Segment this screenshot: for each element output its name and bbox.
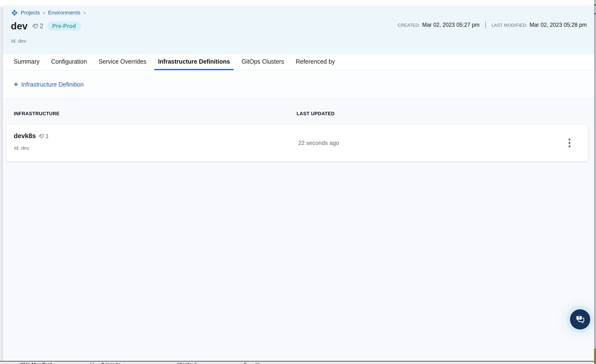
environment-tags-chip: 2 xyxy=(32,22,43,30)
window-left-edge xyxy=(0,7,3,361)
tab-service-overrides[interactable]: Service Overrides xyxy=(95,54,150,70)
created-meta: CREATED: Mar 02, 2023 05:27 pm xyxy=(398,22,480,28)
breadcrumb-projects-link[interactable]: Projects xyxy=(21,10,40,16)
infrastructure-tags-chip: 1 xyxy=(38,133,49,140)
last-modified-meta: LAST MODIFIED: Mar 02, 2023 05:28 pm xyxy=(492,22,587,28)
kebab-menu-icon xyxy=(568,142,570,144)
last-modified-value: Mar 02, 2023 05:28 pm xyxy=(529,22,587,28)
row-options-menu-button[interactable] xyxy=(562,125,577,161)
environment-meta: CREATED: Mar 02, 2023 05:27 pm LAST MODI… xyxy=(398,21,587,29)
infrastructure-tag-count: 1 xyxy=(45,133,49,140)
created-value: Mar 02, 2023 05:27 pm xyxy=(422,22,480,28)
edge-artifact xyxy=(594,349,596,364)
environment-type-badge: Pre-Prod xyxy=(47,22,81,31)
help-chat-button[interactable]: ? xyxy=(570,309,590,329)
table-row[interactable]: devk8s 1 Id: dev 22 seconds ago xyxy=(7,125,588,161)
last-updated-cell: 22 seconds ago xyxy=(298,125,339,161)
background-page-sliver: KVs Manifest { } 2 inputs /deploy/ // ▢ xyxy=(0,361,594,364)
breadcrumb: Projects > Environments > xyxy=(11,9,86,16)
window-right-edge xyxy=(594,0,596,364)
background-square-icon: ▢ xyxy=(255,362,260,364)
created-label: CREATED: xyxy=(398,23,420,28)
tab-referenced-by[interactable]: Referenced by xyxy=(292,54,338,70)
environment-tag-count: 2 xyxy=(40,22,43,30)
background-fragment: 2 inputs xyxy=(101,362,121,364)
environment-details-panel: Projects > Environments > dev 2 Pre-Prod… xyxy=(3,7,594,361)
tags-icon xyxy=(32,23,38,30)
infrastructure-name: devk8s xyxy=(14,132,36,140)
tab-configuration[interactable]: Configuration xyxy=(47,54,91,70)
plus-icon: + xyxy=(14,81,18,89)
tab-gitops-clusters[interactable]: GitOps Clusters xyxy=(238,54,288,70)
background-fragment: KVs Manifest xyxy=(20,362,52,364)
infrastructure-id: Id: dev xyxy=(14,145,29,151)
last-modified-label: LAST MODIFIED: xyxy=(492,23,527,28)
page-title: dev xyxy=(11,21,28,32)
add-infrastructure-definition-button[interactable]: + Infrastructure Definition xyxy=(14,81,84,89)
breadcrumb-separator: > xyxy=(83,10,86,16)
help-chat-icon: ? xyxy=(575,314,585,325)
kebab-menu-icon xyxy=(568,145,570,147)
background-braces-icon: { } xyxy=(90,362,95,364)
infrastructure-definitions-content: + Infrastructure Definition INFRASTRUCTU… xyxy=(3,70,594,361)
action-bar: + Infrastructure Definition xyxy=(3,70,594,99)
column-header-last-updated: LAST UPDATED xyxy=(297,111,335,116)
tags-icon xyxy=(38,133,44,139)
edge-artifact xyxy=(594,4,596,6)
infrastructure-name-cell: devk8s 1 xyxy=(14,132,49,140)
background-fragment: /deploy/ xyxy=(177,362,196,364)
environment-title-row: dev 2 Pre-Prod xyxy=(11,21,81,32)
environment-tabs: Summary Configuration Service Overrides … xyxy=(3,54,594,70)
add-infrastructure-definition-label: Infrastructure Definition xyxy=(21,81,83,88)
meta-divider xyxy=(485,21,486,29)
environment-header: Projects > Environments > dev 2 Pre-Prod… xyxy=(3,7,594,54)
column-header-infrastructure: INFRASTRUCTURE xyxy=(14,111,297,116)
harness-project-icon xyxy=(11,9,18,16)
kebab-menu-icon xyxy=(568,139,570,141)
background-fragment: // xyxy=(244,362,246,364)
edge-artifact xyxy=(594,13,596,15)
tab-infrastructure-definitions[interactable]: Infrastructure Definitions xyxy=(154,54,234,70)
environment-id: Id: dev xyxy=(11,38,26,44)
table-header-row: INFRASTRUCTURE LAST UPDATED xyxy=(3,99,594,116)
tab-summary[interactable]: Summary xyxy=(10,54,43,70)
breadcrumb-separator: > xyxy=(42,10,45,16)
breadcrumb-environments-link[interactable]: Environments xyxy=(48,10,81,16)
svg-text:?: ? xyxy=(578,316,580,320)
